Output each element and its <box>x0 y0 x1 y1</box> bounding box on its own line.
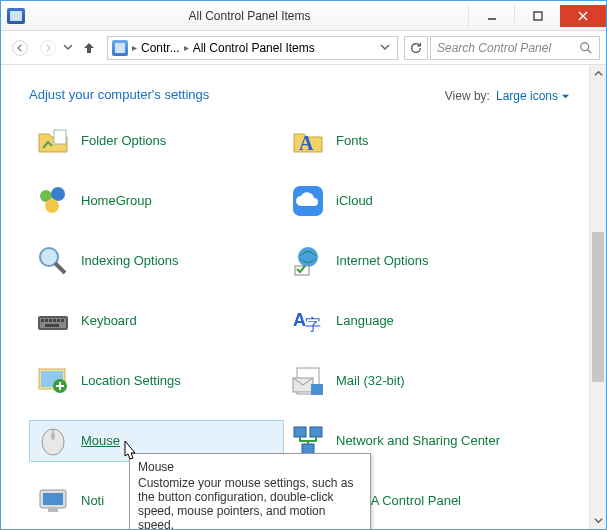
close-icon <box>578 11 588 21</box>
svg-rect-20 <box>41 319 44 322</box>
view-by-dropdown[interactable]: Large icons <box>496 89 570 103</box>
item-label: Noti <box>81 494 104 509</box>
address-dropdown[interactable] <box>377 41 393 55</box>
svg-text:A: A <box>299 132 314 154</box>
window-title: All Control Panel Items <box>31 9 468 23</box>
minimize-button[interactable] <box>468 5 514 27</box>
address-icon <box>112 40 128 56</box>
item-language[interactable]: A字 Language <box>284 300 539 342</box>
nav-history-dropdown[interactable] <box>63 41 75 55</box>
scroll-track[interactable] <box>590 82 606 512</box>
scroll-down-button[interactable] <box>590 512 606 529</box>
maximize-button[interactable] <box>514 5 560 27</box>
svg-line-15 <box>55 263 65 273</box>
tooltip-title: Mouse <box>138 460 362 474</box>
svg-rect-22 <box>49 319 52 322</box>
location-settings-icon <box>35 363 71 399</box>
icloud-icon <box>290 183 326 219</box>
svg-rect-34 <box>311 384 323 395</box>
title-bar[interactable]: All Control Panel Items <box>1 1 606 31</box>
breadcrumb-root[interactable]: Contr... <box>141 41 180 55</box>
svg-point-37 <box>51 432 55 440</box>
item-label: Indexing Options <box>81 254 179 269</box>
scroll-thumb[interactable] <box>592 232 604 382</box>
tooltip: Mouse Customize your mouse settings, suc… <box>129 453 371 529</box>
control-panel-icon <box>7 8 25 24</box>
item-keyboard[interactable]: Keyboard <box>29 300 284 342</box>
up-button[interactable] <box>77 36 101 60</box>
address-bar[interactable]: ▸ Contr... ▸ All Control Panel Items <box>107 36 398 60</box>
svg-point-11 <box>51 187 65 201</box>
svg-point-12 <box>45 199 59 213</box>
chevron-down-icon <box>380 42 390 52</box>
chevron-up-icon <box>594 69 603 78</box>
item-homegroup[interactable]: HomeGroup <box>29 180 284 222</box>
item-label: Network and Sharing Center <box>336 434 500 449</box>
item-indexing-options[interactable]: Indexing Options <box>29 240 284 282</box>
minimize-icon <box>487 11 497 21</box>
search-placeholder: Search Control Panel <box>437 41 575 55</box>
item-label: Fonts <box>336 134 369 149</box>
svg-rect-21 <box>45 319 48 322</box>
item-label: Mouse <box>81 434 120 449</box>
forward-arrow-icon <box>40 40 56 56</box>
view-by-value: Large icons <box>496 89 558 103</box>
vertical-scrollbar[interactable] <box>589 65 606 529</box>
svg-point-6 <box>581 42 589 50</box>
item-label: Mail (32-bit) <box>336 374 405 389</box>
view-by-label: View by: <box>445 89 490 103</box>
search-input[interactable]: Search Control Panel <box>430 36 600 60</box>
language-icon: A字 <box>290 303 326 339</box>
chevron-down-icon <box>63 42 73 52</box>
tooltip-body: Customize your mouse settings, such as t… <box>138 476 362 529</box>
forward-button[interactable] <box>35 35 61 61</box>
mouse-icon <box>35 423 71 459</box>
svg-rect-26 <box>45 324 59 327</box>
keyboard-icon <box>35 303 71 339</box>
up-arrow-icon <box>81 40 97 56</box>
notification-icon <box>35 483 71 519</box>
search-icon <box>579 41 593 55</box>
back-button[interactable] <box>7 35 33 61</box>
window-frame: All Control Panel Items ▸ <box>0 0 607 530</box>
item-label: Language <box>336 314 394 329</box>
item-fonts[interactable]: A Fonts <box>284 120 539 162</box>
svg-rect-8 <box>54 130 66 144</box>
svg-rect-43 <box>48 508 58 512</box>
folder-options-icon <box>35 123 71 159</box>
close-button[interactable] <box>560 5 606 27</box>
back-arrow-icon <box>12 40 28 56</box>
svg-line-7 <box>588 49 592 53</box>
maximize-icon <box>533 11 543 21</box>
item-folder-options[interactable]: Folder Options <box>29 120 284 162</box>
svg-rect-1 <box>534 12 542 20</box>
refresh-icon <box>409 41 423 55</box>
svg-point-4 <box>13 40 28 55</box>
item-internet-options[interactable]: Internet Options <box>284 240 539 282</box>
breadcrumb-current[interactable]: All Control Panel Items <box>193 41 315 55</box>
svg-rect-25 <box>61 319 64 322</box>
item-label: Folder Options <box>81 134 166 149</box>
item-label: HomeGroup <box>81 194 152 209</box>
scroll-up-button[interactable] <box>590 65 606 82</box>
content-area: Adjust your computer's settings View by:… <box>1 65 606 529</box>
svg-rect-39 <box>310 427 322 437</box>
svg-rect-23 <box>53 319 56 322</box>
svg-rect-24 <box>57 319 60 322</box>
view-by-control: View by: Large icons <box>445 89 570 103</box>
mail-icon <box>290 363 326 399</box>
refresh-button[interactable] <box>404 36 428 60</box>
svg-point-5 <box>41 40 56 55</box>
svg-rect-42 <box>43 493 63 505</box>
item-label: Location Settings <box>81 374 181 389</box>
item-mail[interactable]: Mail (32-bit) <box>284 360 539 402</box>
item-location-settings[interactable]: Location Settings <box>29 360 284 402</box>
item-label: iCloud <box>336 194 373 209</box>
svg-text:字: 字 <box>305 316 321 333</box>
svg-point-16 <box>298 247 318 267</box>
dropdown-arrow-icon <box>561 92 570 101</box>
indexing-options-icon <box>35 243 71 279</box>
item-icloud[interactable]: iCloud <box>284 180 539 222</box>
chevron-down-icon <box>594 516 603 525</box>
chevron-right-icon: ▸ <box>184 42 189 53</box>
